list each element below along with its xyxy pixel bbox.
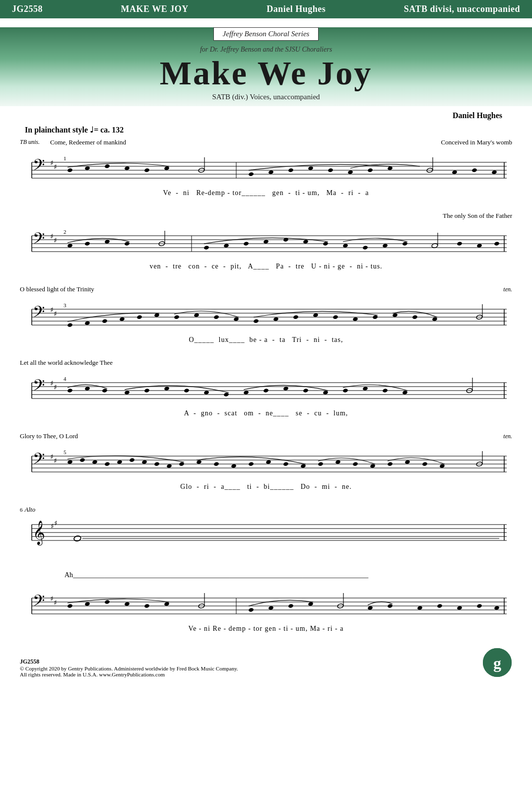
svg-text:♯: ♯: [50, 453, 54, 461]
svg-text:𝄢: 𝄢: [33, 592, 45, 613]
svg-text:♯: ♯: [54, 457, 57, 465]
header-composer: Daniel Hughes: [266, 4, 326, 14]
svg-point-154: [231, 464, 236, 468]
svg-point-111: [67, 388, 72, 393]
staff-container-6-treble: 𝄞 ♯ ♯: [20, 515, 512, 569]
verse-left-3: O blessed light of the Trinity: [20, 285, 94, 293]
svg-text:1: 1: [64, 155, 66, 161]
svg-point-112: [84, 386, 90, 391]
svg-point-192: [84, 601, 90, 606]
system-4: Let all the world acknowledge Thee 𝄢 ♯ ♯…: [20, 359, 512, 417]
footer-copyright: © Copyright 2020 by Gentry Publications.…: [20, 666, 238, 671]
ten-mark-5: ten.: [503, 433, 512, 440]
verse-right-1: Conceived in Mary's womb: [441, 138, 512, 146]
svg-point-93: [352, 317, 358, 321]
svg-point-94: [372, 315, 378, 319]
footer: JG2558 © Copyright 2020 by Gentry Public…: [0, 648, 532, 687]
verse-right-2: The only Son of the Father: [443, 212, 512, 220]
svg-point-84: [174, 315, 179, 319]
svg-point-147: [129, 458, 134, 462]
svg-point-144: [92, 460, 97, 464]
svg-text:𝄢: 𝄢: [33, 303, 45, 324]
svg-point-91: [313, 313, 318, 317]
svg-point-128: [402, 390, 407, 395]
svg-point-95: [392, 313, 398, 317]
svg-point-88: [253, 319, 259, 323]
svg-point-116: [164, 386, 169, 391]
svg-point-196: [164, 601, 169, 606]
svg-point-149: [154, 462, 159, 466]
svg-point-200: [248, 607, 254, 612]
svg-point-209: [437, 603, 442, 608]
svg-point-15: [144, 168, 149, 172]
svg-point-89: [273, 317, 278, 321]
svg-point-150: [166, 464, 172, 468]
svg-point-148: [141, 460, 147, 464]
svg-text:𝄞: 𝄞: [33, 521, 45, 546]
alto-label: Alto: [25, 506, 36, 514]
svg-point-161: [352, 462, 358, 466]
svg-point-113: [102, 388, 107, 393]
svg-text:♯: ♯: [51, 523, 54, 530]
svg-point-85: [194, 313, 199, 317]
staff-svg-5: 𝄢 ♯ ♯ 5: [20, 441, 512, 481]
svg-point-61: [402, 241, 407, 246]
tenor-bass-lyrics-6: Ve - ni Re - demp - tor gen - ti - um, M…: [20, 625, 512, 633]
svg-point-13: [104, 164, 110, 168]
svg-point-92: [332, 315, 338, 319]
svg-point-27: [387, 166, 393, 170]
svg-point-156: [266, 460, 271, 464]
svg-point-125: [342, 388, 348, 393]
staff-container-6-bass: 𝄢 ♯ ♯: [20, 583, 512, 623]
svg-point-90: [293, 315, 298, 319]
svg-text:g: g: [493, 654, 501, 672]
svg-point-32: [491, 170, 497, 174]
footer-catalog: JG2558: [20, 658, 238, 666]
staff-svg-1: 𝄢 ♯ ♯ 1: [20, 147, 512, 187]
tempo-marking: In plainchant style ♩= ca. 132: [25, 125, 512, 134]
svg-point-126: [362, 386, 368, 391]
svg-text:♯: ♯: [54, 163, 57, 171]
alto-lyrics-6: Ah______________________________________…: [20, 571, 512, 579]
svg-point-165: [422, 462, 427, 466]
svg-point-54: [263, 239, 268, 244]
svg-point-124: [323, 390, 328, 395]
svg-point-203: [308, 601, 313, 606]
svg-point-57: [323, 241, 328, 246]
staff-svg-2: 𝄢 ♯ ♯ 2: [20, 221, 512, 261]
svg-point-118: [203, 390, 209, 395]
svg-point-21: [268, 170, 273, 174]
svg-point-64: [457, 241, 462, 246]
staff-svg-4: 𝄢 ♯ ♯ 4: [20, 368, 512, 407]
svg-point-87: [233, 317, 239, 321]
svg-text:♯: ♯: [50, 380, 54, 387]
svg-point-191: [67, 603, 72, 608]
staff-container-5: 𝄢 ♯ ♯ 5: [20, 441, 512, 481]
svg-point-210: [457, 605, 462, 610]
svg-point-208: [417, 605, 422, 610]
svg-point-65: [476, 243, 482, 248]
svg-point-23: [308, 166, 313, 170]
svg-point-158: [300, 464, 306, 468]
system-3: O blessed light of the Trinity ten. 𝄢 ♯ …: [20, 285, 512, 344]
svg-point-47: [124, 241, 130, 246]
svg-point-26: [367, 168, 373, 172]
verse-left-5: Glory to Thee, O Lord: [20, 432, 78, 440]
catalog-number: JG2558: [12, 4, 43, 14]
lyrics-4: A - gno - scat om - ne____ se - cu - lum…: [20, 409, 512, 417]
svg-point-51: [203, 245, 209, 250]
svg-point-201: [268, 605, 273, 610]
staff-svg-6-bass: 𝄢 ♯ ♯: [20, 583, 512, 623]
svg-point-80: [102, 319, 107, 323]
svg-point-30: [452, 170, 457, 174]
svg-text:♯: ♯: [54, 384, 57, 391]
ten-mark-3: ten.: [503, 286, 512, 293]
svg-point-143: [79, 458, 85, 462]
svg-point-83: [154, 313, 159, 317]
svg-point-159: [318, 462, 323, 466]
svg-point-96: [412, 315, 417, 319]
svg-point-179: [73, 535, 81, 541]
svg-point-123: [303, 388, 308, 393]
lyrics-1: Ve - ni Re-demp - tor______ gen - ti - u…: [20, 189, 512, 197]
svg-point-195: [144, 603, 149, 608]
